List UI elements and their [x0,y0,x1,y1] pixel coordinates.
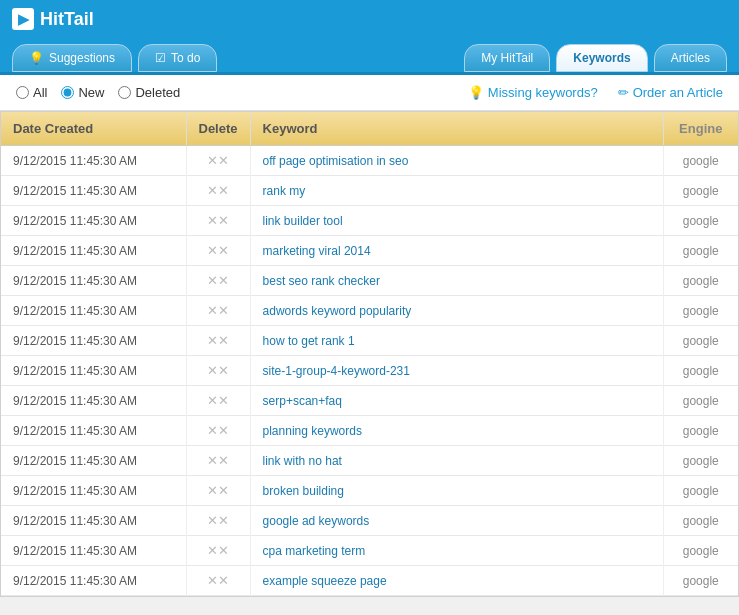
cell-date: 9/12/2015 11:45:30 AM [1,236,186,266]
nav-left-group: Suggestions To do [12,44,217,72]
nav-articles-label: Articles [671,51,710,65]
nav-right-group: My HitTail Keywords Articles [464,44,727,72]
cell-delete: ✕✕ [186,266,250,296]
filter-actions: 💡 Missing keywords? ✏ Order an Article [468,85,723,100]
keyword-link[interactable]: broken building [263,484,344,498]
keyword-link[interactable]: marketing viral 2014 [263,244,371,258]
col-header-delete: Delete [186,112,250,146]
table-row: 9/12/2015 11:45:30 AM✕✕example squeeze p… [1,566,738,596]
cell-engine: google [663,326,738,356]
keyword-link[interactable]: off page optimisation in seo [263,154,409,168]
filter-deleted-label[interactable]: Deleted [118,85,180,100]
delete-icon[interactable]: ✕✕ [199,213,238,228]
keyword-link[interactable]: site-1-group-4-keyword-231 [263,364,410,378]
filter-bar: All New Deleted 💡 Missing keywords? ✏ Or… [0,75,739,111]
cell-engine: google [663,566,738,596]
table-row: 9/12/2015 11:45:30 AM✕✕broken buildinggo… [1,476,738,506]
keyword-link[interactable]: link builder tool [263,214,343,228]
keyword-link[interactable]: planning keywords [263,424,362,438]
delete-icon[interactable]: ✕✕ [199,543,238,558]
nav-suggestions-button[interactable]: Suggestions [12,44,132,72]
delete-icon[interactable]: ✕✕ [199,243,238,258]
cell-keyword: google ad keywords [250,506,663,536]
delete-icon[interactable]: ✕✕ [199,363,238,378]
cell-delete: ✕✕ [186,146,250,176]
cell-date: 9/12/2015 11:45:30 AM [1,326,186,356]
order-article-link[interactable]: ✏ Order an Article [618,85,723,100]
nav-articles-button[interactable]: Articles [654,44,727,72]
delete-icon[interactable]: ✕✕ [199,483,238,498]
keyword-link[interactable]: link with no hat [263,454,342,468]
filter-deleted-radio[interactable] [118,86,131,99]
delete-icon[interactable]: ✕✕ [199,303,238,318]
cell-keyword: best seo rank checker [250,266,663,296]
delete-icon[interactable]: ✕✕ [199,453,238,468]
cell-engine: google [663,176,738,206]
cell-date: 9/12/2015 11:45:30 AM [1,416,186,446]
lightbulb-icon: 💡 [468,85,484,100]
keyword-link[interactable]: how to get rank 1 [263,334,355,348]
cell-date: 9/12/2015 11:45:30 AM [1,536,186,566]
col-header-keyword: Keyword [250,112,663,146]
filter-new-label[interactable]: New [61,85,104,100]
table-row: 9/12/2015 11:45:30 AM✕✕marketing viral 2… [1,236,738,266]
cell-keyword: link with no hat [250,446,663,476]
filter-all-radio[interactable] [16,86,29,99]
keyword-link[interactable]: rank my [263,184,306,198]
keyword-link[interactable]: serp+scan+faq [263,394,342,408]
filter-all-label[interactable]: All [16,85,47,100]
keyword-link[interactable]: adwords keyword popularity [263,304,412,318]
delete-icon[interactable]: ✕✕ [199,273,238,288]
table-row: 9/12/2015 11:45:30 AM✕✕serp+scan+faqgoog… [1,386,738,416]
filter-new-text: New [78,85,104,100]
nav-todo-button[interactable]: To do [138,44,217,72]
app-logo: ▶ HitTail [12,8,94,30]
cell-date: 9/12/2015 11:45:30 AM [1,146,186,176]
cell-date: 9/12/2015 11:45:30 AM [1,266,186,296]
cell-date: 9/12/2015 11:45:30 AM [1,296,186,326]
cell-engine: google [663,476,738,506]
cell-delete: ✕✕ [186,206,250,236]
delete-icon[interactable]: ✕✕ [199,423,238,438]
missing-keywords-link[interactable]: 💡 Missing keywords? [468,85,598,100]
delete-icon[interactable]: ✕✕ [199,153,238,168]
cell-delete: ✕✕ [186,386,250,416]
cell-keyword: cpa marketing term [250,536,663,566]
delete-icon[interactable]: ✕✕ [199,573,238,588]
cell-engine: google [663,416,738,446]
col-header-engine: Engine [663,112,738,146]
cell-delete: ✕✕ [186,356,250,386]
cell-date: 9/12/2015 11:45:30 AM [1,176,186,206]
cell-engine: google [663,386,738,416]
missing-keywords-label: Missing keywords? [488,85,598,100]
filter-new-radio[interactable] [61,86,74,99]
cell-engine: google [663,206,738,236]
logo-icon: ▶ [12,8,34,30]
cell-engine: google [663,446,738,476]
keywords-table: Date Created Delete Keyword Engine 9/12/… [1,112,738,596]
cell-keyword: how to get rank 1 [250,326,663,356]
cell-date: 9/12/2015 11:45:30 AM [1,356,186,386]
cell-delete: ✕✕ [186,536,250,566]
nav-keywords-button[interactable]: Keywords [556,44,647,72]
cell-keyword: adwords keyword popularity [250,296,663,326]
table-row: 9/12/2015 11:45:30 AM✕✕planning keywords… [1,416,738,446]
cell-date: 9/12/2015 11:45:30 AM [1,476,186,506]
keyword-link[interactable]: google ad keywords [263,514,370,528]
cell-engine: google [663,266,738,296]
keyword-link[interactable]: cpa marketing term [263,544,366,558]
cell-date: 9/12/2015 11:45:30 AM [1,566,186,596]
table-row: 9/12/2015 11:45:30 AM✕✕best seo rank che… [1,266,738,296]
delete-icon[interactable]: ✕✕ [199,393,238,408]
delete-icon[interactable]: ✕✕ [199,513,238,528]
delete-icon[interactable]: ✕✕ [199,333,238,348]
order-article-label: Order an Article [633,85,723,100]
nav-myhittail-button[interactable]: My HitTail [464,44,550,72]
delete-icon[interactable]: ✕✕ [199,183,238,198]
check-icon [155,51,166,65]
nav-bar: Suggestions To do My HitTail Keywords Ar… [0,38,739,75]
cell-delete: ✕✕ [186,176,250,206]
keyword-link[interactable]: example squeeze page [263,574,387,588]
cell-delete: ✕✕ [186,416,250,446]
keyword-link[interactable]: best seo rank checker [263,274,380,288]
